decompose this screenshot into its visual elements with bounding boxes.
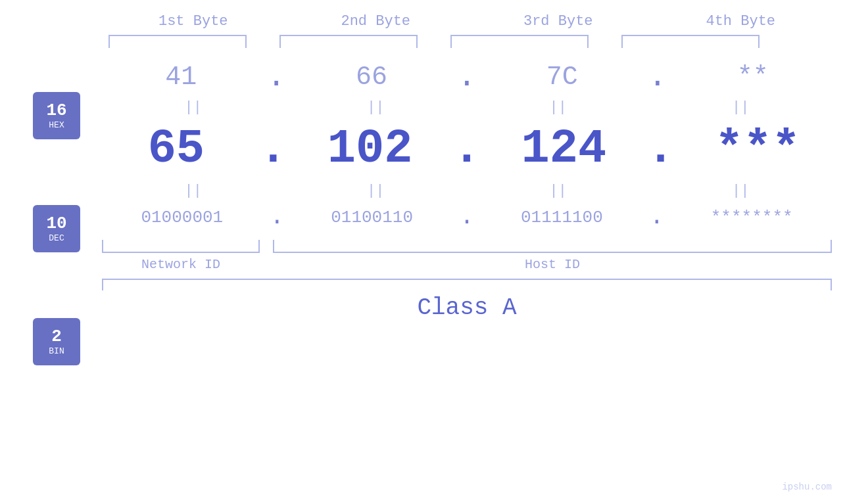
bin-byte3: 01111100: [496, 208, 627, 227]
equals1-b1: ||: [128, 99, 259, 116]
bin-dot3: .: [650, 206, 664, 229]
brand-label: ipshu.com: [782, 482, 832, 492]
network-id-label: Network ID: [102, 257, 260, 272]
hex-badge-number: 16: [46, 101, 66, 120]
bin-dot1: .: [270, 206, 284, 229]
bin-badge-number: 2: [51, 327, 62, 346]
byte4-header: 4th Byte: [675, 13, 806, 30]
dec-badge-label: DEC: [49, 233, 64, 243]
dec-badge: 10 DEC: [33, 205, 80, 252]
equals2-b3: ||: [493, 183, 624, 199]
hex-byte2: 66: [306, 62, 437, 92]
hex-badge-label: HEX: [49, 120, 64, 130]
equals1-b3: ||: [493, 99, 624, 116]
bracket-byte4-top: [621, 35, 760, 48]
byte3-header: 3rd Byte: [493, 13, 624, 30]
dec-byte4: ***: [692, 122, 823, 176]
hex-byte4: **: [687, 62, 819, 92]
equals2-b2: ||: [310, 183, 441, 199]
byte1-header: 1st Byte: [128, 13, 259, 30]
hex-badge: 16 HEX: [33, 92, 80, 139]
bin-byte1: 01000001: [116, 208, 248, 227]
dec-badge-number: 10: [46, 214, 66, 233]
hex-dot1: .: [267, 61, 286, 93]
hex-dot3: .: [648, 61, 667, 93]
equals1-b2: ||: [310, 99, 441, 116]
bracket-byte2-top: [279, 35, 418, 48]
dec-byte2: 102: [304, 122, 436, 176]
equals1-b4: ||: [675, 99, 806, 116]
dec-dot3: .: [646, 122, 675, 176]
bin-badge-label: BIN: [49, 346, 64, 356]
bracket-class-bottom: [102, 279, 832, 290]
dec-byte1: 65: [110, 122, 242, 176]
dec-byte3: 124: [498, 122, 629, 176]
bin-dot2: .: [460, 206, 474, 229]
byte2-header: 2nd Byte: [310, 13, 441, 30]
bin-byte4: ********: [686, 208, 817, 227]
bracket-network-bottom: [102, 240, 260, 253]
bracket-byte1-top: [109, 35, 247, 48]
hex-byte3: 7C: [496, 62, 628, 92]
dec-dot1: .: [259, 122, 287, 176]
bracket-byte3-top: [450, 35, 589, 48]
class-label: Class A: [102, 294, 832, 321]
bracket-host-bottom: [273, 240, 832, 253]
equals2-b4: ||: [675, 183, 806, 199]
equals2-b1: ||: [128, 183, 259, 199]
hex-byte1: 41: [115, 62, 247, 92]
dec-dot2: .: [452, 122, 481, 176]
hex-dot2: .: [458, 61, 477, 93]
bin-badge: 2 BIN: [33, 318, 80, 365]
host-id-label: Host ID: [273, 257, 832, 272]
bin-byte2: 01100110: [306, 208, 438, 227]
